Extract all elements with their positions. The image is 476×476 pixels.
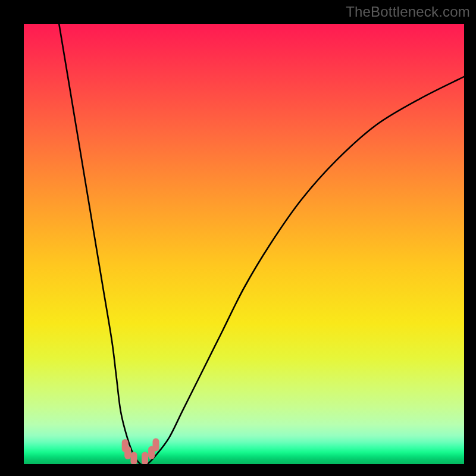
valley-marker (131, 452, 137, 464)
valley-markers (122, 438, 159, 464)
plot-area (24, 24, 464, 464)
chart-canvas: TheBottleneck.com (0, 0, 476, 476)
attribution-label: TheBottleneck.com (346, 4, 470, 20)
curve-overlay (24, 24, 464, 464)
valley-marker (124, 446, 131, 459)
bottleneck-curve (59, 24, 464, 464)
valley-marker (142, 452, 148, 464)
valley-marker (153, 438, 159, 451)
